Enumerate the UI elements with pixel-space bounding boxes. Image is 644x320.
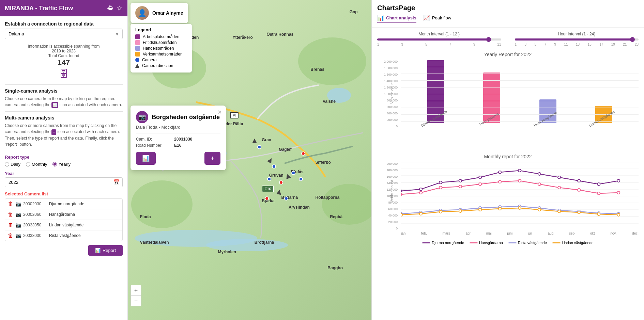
legend-direction: Camera direction (135, 63, 187, 68)
month-slider-group: Month interval (1 - 12 ) 1357911 (377, 32, 501, 46)
month-slider-label: Month interval (1 - 12 ) (377, 32, 501, 36)
popup-chart-button[interactable]: 📊 (136, 152, 156, 165)
report-type-group: Daily Monthly Yearly (5, 162, 123, 167)
svg-point-28 (558, 176, 561, 179)
tab-chart-analysis-label: Chart analysis (386, 15, 416, 20)
cam-direction-3[interactable] (285, 173, 291, 179)
legend-camera: Camera (135, 58, 187, 62)
svg-point-43 (617, 191, 620, 194)
hour-slider-label: Hour interval (1 - 24) (515, 32, 639, 36)
map-zoom-controls: + − (131, 285, 141, 306)
yearly-chart-container: Yearly Report for 2022 Vehicle count 2 0… (377, 52, 639, 148)
label-gop: Gop (350, 10, 358, 14)
radio-yearly-label: Yearly (58, 162, 71, 167)
svg-point-42 (597, 192, 600, 195)
cam-popup-icon: 📷 (136, 111, 148, 123)
cam-icon-2: 📷 (15, 212, 21, 217)
cam-direction-2[interactable] (267, 157, 274, 163)
cam-popup-title: Borgsheden östgående (152, 114, 220, 121)
hour-slider-fill (515, 38, 632, 41)
label-brottjarna: Bröttjärna (255, 240, 274, 245)
svg-point-33 (419, 191, 422, 194)
cam-marker-3[interactable] (291, 171, 295, 175)
legend-label-fritid: Fritidshusområden (143, 40, 177, 45)
cam-marker-6[interactable] (299, 177, 303, 181)
monthly-y-labels: 200 000 180 000 160 000 140 000 120 000 … (377, 162, 399, 230)
label-holtapporna: Holtäpporna (316, 195, 340, 200)
tab-chart-analysis[interactable]: 📊 Chart analysis (377, 15, 416, 23)
cam-direction-1[interactable] (252, 139, 257, 143)
bar-rista: Rista västgående (523, 99, 572, 128)
bar-hansgardarna: Hansgårdarna (467, 73, 516, 128)
cam-delete-2[interactable]: 🗑 (8, 211, 13, 218)
monthly-chart-title: Monthly repot for 2022 (377, 154, 639, 159)
total-value: 147 (5, 58, 123, 67)
cam-row-2: 🗑 📷 20002060 Hansgårdarna (5, 209, 122, 220)
cam-direction-4[interactable] (276, 189, 282, 195)
zoom-in-button[interactable]: + (131, 285, 141, 295)
yearly-chart-title: Yearly Report for 2022 (377, 52, 639, 57)
radio-monthly-input[interactable] (26, 162, 30, 166)
svg-point-30 (597, 183, 600, 186)
svg-point-4 (131, 180, 193, 228)
database-icon: 🗄 (5, 68, 123, 80)
star-icon[interactable]: ☆ (117, 4, 123, 12)
cam-marker-5[interactable] (267, 177, 271, 181)
connection-title: Establish a connection to regional data (5, 21, 123, 27)
yearly-bars: Djurmo norrgående Hansgårdarna Rista väs… (401, 60, 639, 128)
cam-marker-1[interactable] (257, 145, 261, 149)
radio-daily[interactable]: Daily (5, 162, 20, 167)
svg-point-22 (439, 181, 442, 184)
cam-name-1: Djurmo norrgående (49, 202, 84, 206)
month-slider-fill (377, 38, 489, 41)
cam-row-4: 🗑 📷 20033030 Rista västgående (5, 230, 122, 241)
svg-point-39 (538, 183, 541, 186)
hour-slider-thumb[interactable] (630, 37, 635, 42)
month-slider-thumb[interactable] (486, 37, 491, 42)
cam-marker-2[interactable] (272, 164, 276, 169)
map-area[interactable]: Söder Rälta Grav Djura Gaglef Gruvan Dju… (128, 0, 371, 320)
popup-add-button[interactable]: + (204, 152, 220, 165)
radio-yearly-input[interactable] (52, 162, 57, 166)
report-type-label: Report type (5, 155, 123, 160)
region-dropdown[interactable]: Dalarna Stockholm Göteborg (5, 29, 123, 39)
legend-label-direction: Camera direction (142, 63, 173, 68)
label-sifferbo: Sifferbo (316, 160, 331, 165)
cam-popup-close[interactable]: ✕ (217, 109, 222, 115)
legend-fritid: Fritidshusområden (135, 40, 187, 45)
road-number-label: Road Number: (136, 143, 170, 148)
cam-id-3: 20033050 (23, 223, 47, 227)
year-input[interactable] (5, 177, 123, 187)
zoom-out-button[interactable]: − (131, 296, 141, 306)
svg-point-32 (401, 193, 402, 196)
monthly-line-chart-svg (401, 162, 639, 230)
cam-popup-actions: 📊 + (136, 152, 220, 165)
legend-label-handel: Handelsområden (143, 46, 174, 51)
svg-point-34 (439, 186, 442, 189)
cam-marker-red-1[interactable] (265, 196, 269, 201)
plus-icon-inline: + (51, 129, 56, 135)
radio-monthly[interactable]: Monthly (26, 162, 47, 167)
cam-id-label: Cam. ID: (136, 137, 170, 142)
cam-marker-red-2[interactable] (301, 151, 305, 156)
cam-delete-3[interactable]: 🗑 (8, 222, 13, 228)
cam-delete-4[interactable]: 🗑 (8, 233, 13, 239)
app-title: MIRANDA - Traffic Flow (5, 5, 73, 12)
radio-yearly[interactable]: Yearly (52, 162, 71, 167)
charts-header: ChartsPage 📊 Chart analysis 📈 Peak flow (372, 0, 644, 28)
legend-color-verksamhet (135, 52, 140, 57)
boat-icon[interactable]: ⛴ (107, 4, 114, 12)
cam-delete-1[interactable]: 🗑 (8, 201, 13, 207)
cam-popup-subtitle: Dala Floda - Mockfjärd (136, 125, 220, 130)
cam-marker-4[interactable] (284, 196, 288, 201)
hour-slider-group: Hour interval (1 - 24) 13579111315171921… (515, 32, 639, 46)
report-button[interactable]: 📊 Report (88, 245, 123, 256)
legend-hansgardarna-line: Hansgårdarna (470, 241, 503, 245)
cam-id-2: 20002060 (23, 212, 47, 217)
tab-peak-flow[interactable]: 📈 Peak flow (423, 15, 451, 23)
legend-color-handel (135, 46, 140, 51)
svg-point-38 (518, 179, 521, 182)
svg-point-62 (518, 207, 521, 209)
cam-marker-selected-1[interactable] (279, 180, 283, 185)
radio-daily-input[interactable] (5, 162, 9, 166)
